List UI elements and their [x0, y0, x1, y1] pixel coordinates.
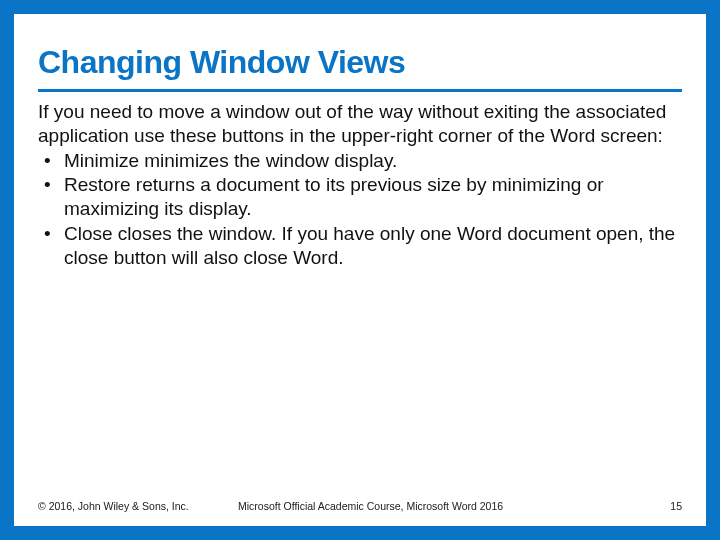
footer-page-number: 15 — [670, 500, 682, 512]
footer-course: Microsoft Official Academic Course, Micr… — [238, 500, 503, 512]
bullet-list: Minimize minimizes the window display. R… — [38, 149, 682, 271]
title-rule — [38, 89, 682, 92]
list-item: Restore returns a document to its previo… — [38, 173, 682, 222]
slide-title: Changing Window Views — [38, 44, 682, 87]
intro-text: If you need to move a window out of the … — [38, 100, 682, 149]
slide: Changing Window Views If you need to mov… — [0, 0, 720, 540]
footer: © 2016, John Wiley & Sons, Inc. Microsof… — [38, 500, 682, 512]
footer-copyright: © 2016, John Wiley & Sons, Inc. — [38, 500, 189, 512]
list-item: Close closes the window. If you have onl… — [38, 222, 682, 271]
list-item: Minimize minimizes the window display. — [38, 149, 682, 173]
slide-body: If you need to move a window out of the … — [38, 100, 682, 270]
